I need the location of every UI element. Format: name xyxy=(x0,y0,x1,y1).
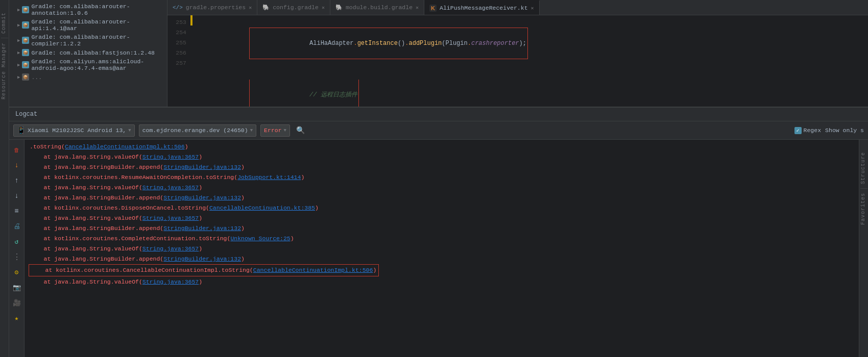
tree-item[interactable]: ▶ 📦 Gradle: com.alibaba:fastjson:1.2.48 xyxy=(9,48,167,57)
log-link[interactable]: CancellableContinuation.kt:385 xyxy=(209,203,315,213)
phone-icon: 📱 xyxy=(17,126,26,135)
module-icon: 📦 xyxy=(22,37,29,44)
tab-close-icon[interactable]: ✕ xyxy=(249,5,252,11)
favorites-label[interactable]: Favorites xyxy=(859,191,868,227)
log-link[interactable]: String.java:3657 xyxy=(142,213,199,223)
scroll-up-button[interactable]: ↑ xyxy=(11,174,23,187)
tree-item[interactable]: ▶ 📦 Gradle: com.aliyun.ams:alicloud-andr… xyxy=(9,57,167,72)
tree-item[interactable]: ▶ 📦 Gradle: com.alibaba:arouter-compiler… xyxy=(9,33,167,48)
code-line-254: // 远程日志插件 xyxy=(198,69,864,107)
logcat-header: Logcat xyxy=(9,107,868,121)
bottom-panel: 🗑 ↓ ↑ ↓ ≡ 🖨 ↺ ⋮ ⚙ 📷 🎥 ★ .toString(Cancel… xyxy=(9,140,868,357)
log-level-selector[interactable]: Error ▼ xyxy=(260,124,290,137)
log-link[interactable]: String.java:3657 xyxy=(142,152,199,162)
format-button[interactable]: ≡ xyxy=(11,205,23,217)
video-button[interactable]: 🎥 xyxy=(11,297,23,309)
log-line-highlighted: at kotlinx.coroutines.CancellableContinu… xyxy=(29,264,379,276)
log-line: at kotlinx.coroutines.DisposeOnCancel.to… xyxy=(29,203,855,213)
log-link[interactable]: String.java:3657 xyxy=(142,183,199,193)
tab-ali-push[interactable]: K AliPushMessageReceiver.kt ✕ xyxy=(424,0,540,15)
log-link[interactable]: Unknown Source:25 xyxy=(230,234,290,244)
kotlin-file-icon: K xyxy=(429,5,437,12)
device-selector[interactable]: 📱 Xiaomi M2102J2SC Android 13, ▼ xyxy=(13,124,135,137)
log-output: .toString(CancellableContinuationImpl.kt… xyxy=(25,140,859,357)
right-sidebar-strip: Structure Favorites xyxy=(859,140,868,357)
logcat-toolbar: 📱 Xiaomi M2102J2SC Android 13, ▼ com.ejd… xyxy=(9,121,868,140)
search-icon: 🔍 xyxy=(296,126,305,135)
screenshot-button[interactable]: 📷 xyxy=(11,282,23,294)
log-line: at java.lang.String.valueOf(String.java:… xyxy=(29,244,855,254)
structure-label[interactable]: Structure xyxy=(859,150,868,186)
settings-button[interactable]: ⚙ xyxy=(11,266,23,278)
log-line: at java.lang.StringBuilder.append(String… xyxy=(29,162,855,172)
log-link[interactable]: StringBuilder.java:132 xyxy=(163,223,241,234)
restart-button[interactable]: ↺ xyxy=(11,236,23,248)
chevron-down-icon: ▼ xyxy=(250,128,253,133)
resource-manager-label: Resource Manager xyxy=(0,40,9,101)
log-link[interactable]: String.java:3657 xyxy=(142,277,199,287)
module-build-icon: 🐘 xyxy=(335,4,343,11)
log-line: at java.lang.String.valueOf(String.java:… xyxy=(29,152,855,162)
log-line: at java.lang.StringBuilder.append(String… xyxy=(29,223,855,234)
favorite-button[interactable]: ★ xyxy=(11,312,23,324)
tab-gradle-properties[interactable]: </> gradle.properties ✕ xyxy=(167,0,257,15)
log-link[interactable]: StringBuilder.java:132 xyxy=(163,162,241,172)
tree-item[interactable]: ▶ 📦 Gradle: com.alibaba:arouter-annotati… xyxy=(9,2,167,17)
log-link[interactable]: StringBuilder.java:132 xyxy=(163,193,241,203)
tree-item[interactable]: ▶ 📦 Gradle: com.alibaba:arouter-api:1.4.… xyxy=(9,17,167,33)
log-link[interactable]: StringBuilder.java:132 xyxy=(163,254,241,264)
log-link[interactable]: CancellableContinuationImpl.kt:506 xyxy=(253,265,373,275)
regex-checkbox-label[interactable]: ✓ Regex xyxy=(794,127,822,134)
log-link[interactable]: String.java:3657 xyxy=(142,244,199,254)
clear-logcat-button[interactable]: 🗑 xyxy=(11,144,23,156)
more-options-button[interactable]: ⋮ xyxy=(11,251,23,263)
log-line: at java.lang.String.valueOf(String.java:… xyxy=(29,213,855,223)
tab-close-icon[interactable]: ✕ xyxy=(531,5,534,11)
code-content: AliHaAdapter.getInstance().addPlugin(Plu… xyxy=(194,15,868,107)
tabs-bar: </> gradle.properties ✕ 🐘 config.gradle … xyxy=(167,0,868,15)
log-link[interactable]: JobSupport.kt:1414 xyxy=(237,172,301,183)
log-link[interactable]: CancellableContinuationImpl.kt:506 xyxy=(65,142,185,152)
commit-label: Commit xyxy=(0,10,9,36)
scroll-down-button[interactable]: ↓ xyxy=(11,190,23,202)
log-line: at java.lang.StringBuilder.append(String… xyxy=(29,193,855,203)
regex-checkbox[interactable]: ✓ xyxy=(794,127,802,134)
file-tree: ▶ 📦 Gradle: com.alibaba:arouter-annotati… xyxy=(9,0,167,107)
print-button[interactable]: 🖨 xyxy=(11,220,23,233)
config-gradle-icon: 🐘 xyxy=(262,4,270,11)
search-button[interactable]: 🔍 xyxy=(294,124,306,137)
show-only-label: Show only s xyxy=(825,127,864,134)
log-line: at java.lang.StringBuilder.append(String… xyxy=(29,254,855,264)
log-line: .toString(CancellableContinuationImpl.kt… xyxy=(29,142,855,152)
log-line: at kotlinx.coroutines.ResumeAwaitOnCompl… xyxy=(29,172,855,183)
tab-module-build[interactable]: 🐘 module.build.gradle ✕ xyxy=(330,0,424,15)
log-line: at kotlinx.coroutines.CompletedContinuat… xyxy=(29,234,855,244)
package-selector[interactable]: com.ejdrone.erange.dev (24650) ▼ xyxy=(139,124,256,137)
gradle-properties-icon: </> xyxy=(173,5,183,11)
scroll-to-end-button[interactable]: ↓ xyxy=(11,159,23,171)
tab-config-gradle[interactable]: 🐘 config.gradle ✕ xyxy=(257,0,330,15)
chevron-down-icon: ▼ xyxy=(284,128,286,133)
logcat-action-sidebar: 🗑 ↓ ↑ ↓ ≡ 🖨 ↺ ⋮ ⚙ 📷 🎥 ★ xyxy=(9,140,25,357)
module-icon: 📦 xyxy=(22,21,29,29)
module-icon: 📦 xyxy=(22,49,29,56)
module-icon: 📦 xyxy=(22,73,29,81)
module-icon: 📦 xyxy=(22,6,29,13)
tab-close-icon[interactable]: ✕ xyxy=(416,5,419,11)
tree-item[interactable]: ▶ 📦 ... xyxy=(9,72,167,82)
log-line: at java.lang.String.valueOf(String.java:… xyxy=(29,183,855,193)
code-line-253: AliHaAdapter.getInstance().addPlugin(Plu… xyxy=(198,17,864,69)
chevron-down-icon: ▼ xyxy=(128,128,131,133)
code-area: 253 254 255 256 257 xyxy=(167,15,868,107)
tab-close-icon[interactable]: ✕ xyxy=(322,5,325,11)
module-icon: 📦 xyxy=(22,61,29,68)
line-numbers: 253 254 255 256 257 xyxy=(167,15,190,107)
log-line: at java.lang.String.valueOf(String.java:… xyxy=(29,277,855,287)
code-editor: </> gradle.properties ✕ 🐘 config.gradle … xyxy=(167,0,868,107)
